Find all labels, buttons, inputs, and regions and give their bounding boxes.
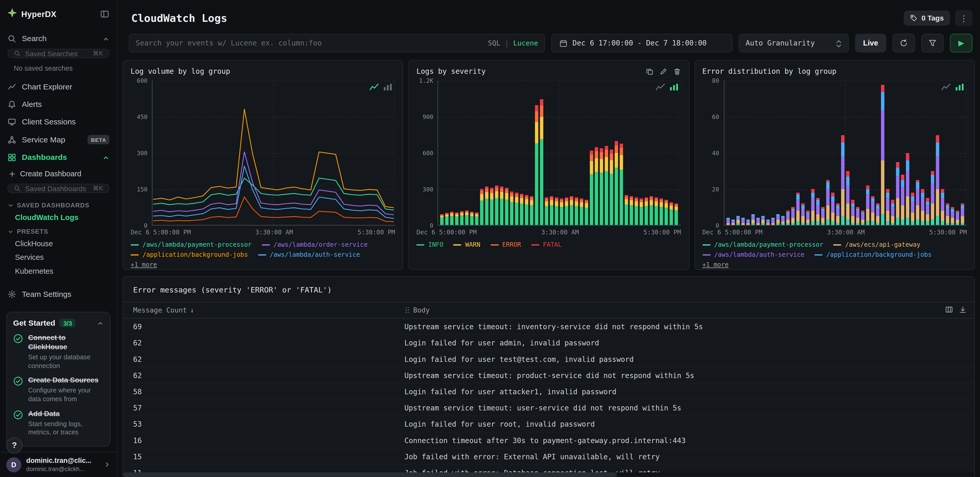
refresh-button[interactable] bbox=[892, 34, 915, 52]
legend-item[interactable]: /aws/lambda/auth-service bbox=[258, 251, 360, 258]
x-axis: Dec 6 5:00:00 PM3:30:00 AM5:30:00 PM bbox=[417, 229, 681, 236]
bar-chart-toggle-icon[interactable] bbox=[669, 83, 678, 91]
y-axis: 1.2K9006003000 bbox=[417, 81, 438, 226]
line-chart-toggle-icon[interactable] bbox=[941, 83, 950, 91]
sidebar-item-client-sessions[interactable]: Client Sessions bbox=[0, 113, 117, 130]
lucene-toggle[interactable]: Lucene bbox=[513, 39, 538, 47]
chevron-up-icon[interactable] bbox=[103, 154, 110, 161]
legend-more-link[interactable]: +1 more bbox=[130, 261, 157, 268]
live-button[interactable]: Live bbox=[855, 34, 886, 52]
legend-item[interactable]: /application/background-jobs bbox=[815, 251, 932, 258]
tag-icon bbox=[910, 14, 918, 22]
table-row[interactable]: 58Login failed for user attacker1, inval… bbox=[123, 384, 974, 400]
sidebar-preset-clickhouse[interactable]: ClickHouse bbox=[0, 237, 117, 251]
table-row[interactable]: 62Login failed for user admin, invalid p… bbox=[123, 335, 974, 351]
bar-chart-toggle-icon[interactable] bbox=[383, 83, 393, 91]
chevron-up-icon[interactable] bbox=[103, 35, 110, 42]
chart-panel-logs-by-severity: Logs by severity 1.2K9006003000 bbox=[408, 60, 689, 270]
drag-handle-icon[interactable] bbox=[404, 306, 410, 314]
legend-item[interactable]: /aws/lambda/payment-processor bbox=[130, 241, 252, 248]
shortcut-hint: ⌘K bbox=[93, 50, 103, 57]
chart-title: Log volume by log group bbox=[130, 67, 230, 76]
download-icon[interactable] bbox=[959, 305, 967, 314]
filter-button[interactable] bbox=[921, 34, 944, 52]
legend-item[interactable]: /aws/lambda/payment-processor bbox=[702, 241, 823, 248]
legend-item[interactable]: WARN bbox=[453, 241, 480, 248]
search-icon bbox=[8, 35, 16, 43]
saved-dashboards-input[interactable]: Saved Dashboards ⌘K bbox=[8, 184, 109, 193]
legend-more-link[interactable]: +1 more bbox=[702, 261, 729, 268]
scrollbar-thumb[interactable] bbox=[123, 472, 617, 477]
event-search-input[interactable]: Search your events w/ Lucene ex. column:… bbox=[129, 34, 545, 52]
chart-plot[interactable] bbox=[152, 81, 395, 226]
user-menu[interactable]: D dominic.tran@clic... dominic.tran@clic… bbox=[0, 452, 117, 477]
horizontal-scrollbar[interactable] bbox=[123, 472, 974, 477]
get-started-step-connect[interactable]: Connect to ClickHouse Set up your databa… bbox=[13, 333, 104, 370]
legend-item[interactable]: FATAL bbox=[531, 241, 562, 248]
table-row[interactable]: 53Login failed for user root, invalid pa… bbox=[123, 416, 974, 432]
create-dashboard-button[interactable]: Create Dashboard bbox=[0, 166, 117, 183]
bar-chart-toggle-icon[interactable] bbox=[955, 83, 964, 91]
step-title: Connect to ClickHouse bbox=[28, 333, 103, 352]
search-placeholder: Search your events w/ Lucene ex. column:… bbox=[136, 39, 322, 48]
run-query-button[interactable]: ▶ bbox=[950, 34, 972, 52]
legend-item[interactable]: INFO bbox=[417, 241, 444, 248]
sidebar-item-search[interactable]: Search bbox=[0, 30, 117, 48]
legend-item[interactable]: ERROR bbox=[490, 241, 521, 248]
get-started-header[interactable]: Get Started 3/3 bbox=[13, 319, 104, 328]
x-tick-label: Dec 6 5:00:00 PM bbox=[702, 229, 762, 236]
line-chart-toggle-icon[interactable] bbox=[370, 83, 379, 91]
delete-chart-icon[interactable] bbox=[673, 67, 681, 75]
more-menu-button[interactable]: ⋮ bbox=[955, 10, 972, 26]
duplicate-chart-icon[interactable] bbox=[645, 67, 654, 75]
sidebar-item-chart-explorer[interactable]: Chart Explorer bbox=[0, 78, 117, 95]
table-row[interactable]: 62Login failed for user test@test.com, i… bbox=[123, 351, 974, 367]
step-description: Set up your database connection bbox=[28, 353, 103, 370]
sidebar-item-service-map[interactable]: Service Map BETA bbox=[0, 130, 117, 149]
legend-item[interactable]: /application/background-jobs bbox=[130, 251, 248, 258]
section-presets[interactable]: PRESETS bbox=[0, 224, 117, 237]
time-range-picker[interactable]: Dec 6 17:00:00 - Dec 7 18:00:00 bbox=[551, 34, 732, 52]
sidebar-preset-services[interactable]: Services bbox=[0, 251, 117, 264]
legend-swatch bbox=[702, 254, 711, 255]
cell-message-count: 16 bbox=[133, 436, 404, 445]
chevron-up-icon[interactable] bbox=[97, 320, 104, 327]
legend-item[interactable]: /aws/lambda/order-service bbox=[262, 241, 368, 248]
sidebar-item-label: Search bbox=[22, 35, 46, 43]
chart-plot[interactable] bbox=[724, 81, 967, 226]
legend-label: /aws/lambda/payment-processor bbox=[142, 241, 251, 248]
sidebar-preset-kubernetes[interactable]: Kubernetes bbox=[0, 264, 117, 278]
y-tick-label: 300 bbox=[423, 186, 433, 193]
table-row[interactable]: 62Upstream service timeout: product-serv… bbox=[123, 367, 974, 383]
column-header-message-count[interactable]: Message Count ↓ bbox=[133, 306, 404, 314]
table-row[interactable]: 69Upstream service timeout: inventory-se… bbox=[123, 319, 974, 335]
chart-title: Error distribution by log group bbox=[702, 67, 837, 76]
help-button[interactable]: ? bbox=[6, 437, 22, 453]
chart-plot[interactable] bbox=[438, 81, 681, 226]
get-started-step-sources[interactable]: Create Data Sources Configure where your… bbox=[13, 376, 104, 404]
granularity-select[interactable]: Auto Granularity bbox=[739, 34, 849, 52]
table-row[interactable]: 57Upstream service timeout: user-service… bbox=[123, 400, 974, 416]
column-settings-icon[interactable] bbox=[945, 305, 953, 314]
sidebar-dashboard-cloudwatch-logs[interactable]: CloudWatch Logs bbox=[0, 211, 117, 224]
get-started-step-add-data[interactable]: Add Data Start sending logs, metrics, or… bbox=[13, 409, 104, 437]
table-row[interactable]: 16Connection timeout after 30s to paymen… bbox=[123, 432, 974, 448]
column-header-body[interactable]: Body bbox=[404, 306, 964, 314]
legend-item[interactable]: /aws/lambda/auth-service bbox=[702, 251, 804, 258]
saved-searches-input[interactable]: Saved Searches ⌘K bbox=[8, 49, 109, 58]
tags-button[interactable]: 0 Tags bbox=[904, 11, 950, 25]
y-tick-label: 150 bbox=[137, 186, 148, 193]
legend-item[interactable]: /aws/ecs/api-gateway bbox=[833, 241, 920, 248]
y-tick-label: 0 bbox=[716, 222, 719, 229]
edit-chart-icon[interactable] bbox=[659, 67, 667, 75]
section-saved-dashboards[interactable]: SAVED DASHBOARDS bbox=[0, 198, 117, 211]
sidebar-item-team-settings[interactable]: Team Settings bbox=[0, 286, 117, 303]
sql-toggle[interactable]: SQL bbox=[488, 39, 500, 47]
sidebar-item-label: Dashboards bbox=[22, 153, 67, 162]
collapse-sidebar-icon[interactable] bbox=[100, 9, 109, 19]
line-chart-toggle-icon[interactable] bbox=[655, 83, 665, 91]
table-row[interactable]: 15Job failed with error: External API un… bbox=[123, 449, 974, 465]
page-title: CloudWatch Logs bbox=[131, 12, 227, 24]
sidebar-item-alerts[interactable]: Alerts bbox=[0, 95, 117, 113]
sidebar-item-dashboards[interactable]: Dashboards bbox=[0, 149, 117, 166]
